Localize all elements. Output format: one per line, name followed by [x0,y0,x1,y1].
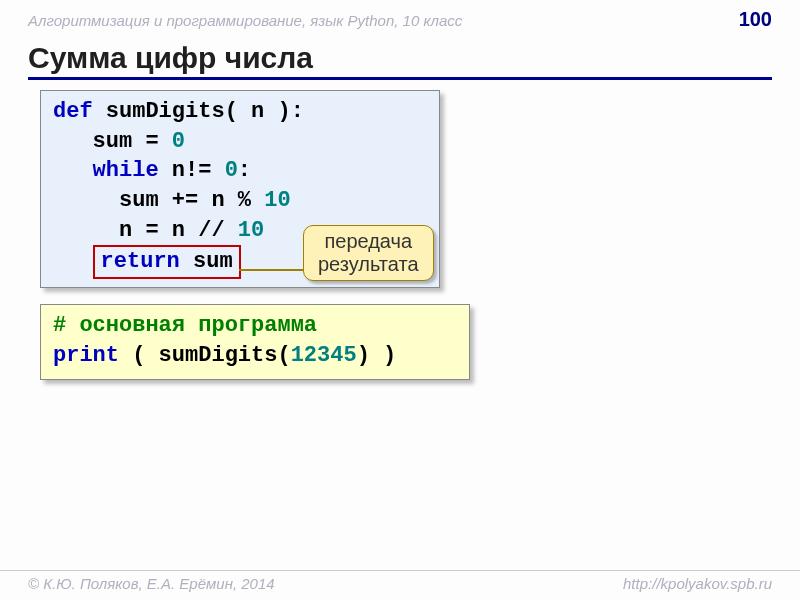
course-title: Алгоритмизация и программирование, язык … [28,12,462,29]
slide-title: Сумма цифр числа [28,41,772,80]
code-line: print ( sumDigits(12345) ) [53,341,457,371]
return-highlight: return sum [93,245,241,279]
code-line: sum = 0 [53,127,427,157]
footer-authors: © К.Ю. Поляков, Е.А. Ерёмин, 2014 [28,575,275,592]
page-number: 100 [739,8,772,31]
code-function-def: def sumDigits( n ): sum = 0 while n!= 0:… [40,90,440,288]
slide-header: Алгоритмизация и программирование, язык … [0,0,800,35]
code-comment: # основная программа [53,311,457,341]
callout-connector [239,269,303,271]
slide-footer: © К.Ю. Поляков, Е.А. Ерёмин, 2014 http:/… [0,570,800,592]
callout-box: передача результата [303,225,434,281]
footer-url: http://kpolyakov.spb.ru [623,575,772,592]
callout-text: результата [318,253,419,276]
code-line: def sumDigits( n ): [53,97,427,127]
code-line: while n!= 0: [53,156,427,186]
callout-text: передача [318,230,419,253]
code-main-program: # основная программа print ( sumDigits(1… [40,304,470,379]
code-line: sum += n % 10 [53,186,427,216]
